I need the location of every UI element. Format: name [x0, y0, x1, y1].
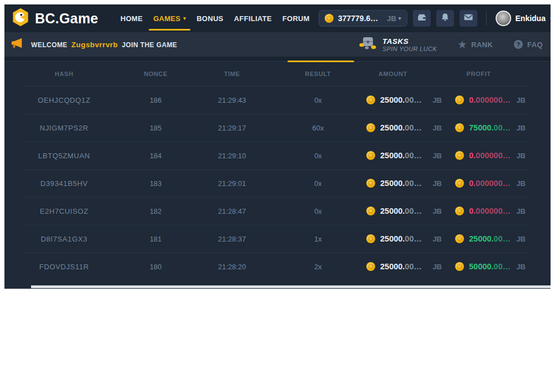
profit-int: 50000. — [469, 262, 493, 271]
avatar — [496, 11, 511, 26]
currency-label: JB — [432, 179, 442, 188]
profit-value: 0.000000… — [469, 207, 511, 215]
bet-nonce: 186 — [124, 96, 188, 104]
table-row: D39341B5HV 183 21:29:01 0x 25000.00… JB … — [4, 169, 551, 197]
amount-int: 25000. — [380, 207, 405, 215]
announcement-bar: WELCOME Zugsbvrrvrb JOIN THE GAME — [4, 32, 551, 57]
table-row: FDOVDJS11R 180 21:28:20 2x 25000.00… JB … — [4, 253, 551, 280]
rank-label: RANK — [471, 41, 493, 49]
top-navbar: BC.Game HOME GAMES ▾ BONUS AFFILIATE FOR… — [4, 4, 551, 32]
megaphone-icon — [11, 37, 23, 52]
messages-button[interactable] — [460, 10, 477, 27]
currency-label: JB — [516, 124, 526, 132]
nav-link-label: BONUS — [196, 14, 223, 23]
user-name: Enkidua — [516, 14, 546, 23]
tasks-subtitle: SPIN YOUR LUCK — [382, 46, 437, 52]
bet-hash[interactable]: NJIGM7PS2R — [4, 124, 124, 132]
bet-amount: 25000.00… JB — [360, 262, 448, 271]
jb-coin-icon — [455, 179, 464, 188]
bet-time: 21:29:10 — [188, 152, 276, 160]
bet-hash[interactable]: OEHJCQDQ1Z — [4, 96, 124, 104]
nav-link-affiliate[interactable]: AFFILIATE — [234, 4, 272, 32]
currency-label: JB — [516, 152, 526, 160]
join-label: JOIN THE GAME — [122, 41, 177, 49]
amount-int: 25000. — [380, 179, 405, 188]
amount-dec: 00… — [405, 151, 422, 160]
bets-table: HASH NONCE TIME RESULT AMOUNT PROFIT OEH… — [4, 62, 551, 280]
bet-time: 21:28:37 — [188, 235, 276, 243]
currency-dropdown[interactable]: JB ▾ — [387, 14, 401, 23]
nav-link-games[interactable]: GAMES ▾ — [153, 4, 186, 32]
amount-int: 25000. — [380, 123, 405, 132]
bcgame-logo-icon — [11, 8, 30, 29]
bet-amount: 25000.00… JB — [360, 96, 448, 104]
currency-label: JB — [516, 179, 526, 188]
rank-link[interactable]: ★ RANK — [458, 40, 493, 49]
question-icon: ? — [514, 40, 523, 49]
bet-result: 1x — [276, 235, 360, 243]
currency-label: JB — [432, 207, 442, 215]
faq-link[interactable]: ? FAQ — [514, 40, 543, 49]
profit-dec: 00… — [493, 123, 511, 132]
bet-result: 2x — [276, 263, 360, 271]
jb-coin-icon — [366, 151, 375, 160]
profit-value: 25000.00… — [469, 234, 511, 243]
tasks-title: TASKS — [382, 37, 437, 46]
profit-value: 0.000000… — [469, 96, 511, 104]
bet-time: 21:28:20 — [188, 263, 276, 271]
welcome-label: WELCOME — [31, 41, 67, 49]
bet-nonce: 184 — [124, 152, 188, 160]
bell-icon — [440, 12, 450, 24]
currency-label: JB — [516, 96, 526, 104]
navbar-right: Enkidua ▾ — [407, 10, 551, 27]
currency-label: JB — [516, 207, 526, 215]
jb-coin-icon — [455, 96, 464, 104]
amount-dec: 00… — [405, 262, 422, 271]
logo[interactable]: BC.Game — [11, 8, 98, 29]
star-icon: ★ — [458, 40, 467, 49]
nav-link-label: HOME — [120, 14, 143, 23]
table-row: NJIGM7PS2R 185 21:29:17 60x 25000.00… JB… — [4, 114, 551, 142]
profit-int: 0. — [469, 151, 476, 160]
wallet-button[interactable] — [413, 10, 431, 27]
nav-link-label: GAMES — [153, 14, 180, 23]
bet-nonce: 180 — [124, 263, 188, 271]
balance-selector[interactable]: 377779.6… JB ▾ — [319, 10, 407, 27]
currency-label: JB — [516, 263, 526, 271]
currency-label: JB — [387, 14, 396, 23]
profit-dec: 000000… — [476, 179, 511, 188]
tasks-widget[interactable]: TASKS SPIN YOUR LUCK — [359, 36, 437, 53]
bet-profit: 0.000000… JB — [448, 207, 551, 215]
horizontal-scrollbar[interactable] — [31, 285, 551, 288]
user-menu[interactable]: Enkidua ▾ — [496, 11, 551, 26]
jb-coin-icon — [366, 262, 375, 271]
bet-profit: 0.000000… JB — [448, 179, 551, 188]
profit-value: 50000.00… — [469, 262, 511, 271]
bet-result: 0x — [276, 152, 360, 160]
nav-link-home[interactable]: HOME — [120, 4, 143, 32]
bet-hash[interactable]: FDOVDJS11R — [4, 263, 124, 271]
bet-time: 21:29:01 — [188, 179, 276, 188]
amount-value: 25000.00… — [380, 151, 422, 160]
notifications-button[interactable] — [436, 10, 454, 27]
currency-label: JB — [432, 96, 442, 104]
bet-hash[interactable]: LBTQ5ZMUAN — [4, 152, 124, 160]
tab-strip — [4, 57, 551, 62]
profit-value: 0.000000… — [469, 151, 511, 160]
wallet-icon — [417, 12, 427, 24]
bet-profit: 0.000000… JB — [448, 151, 551, 160]
currency-label: JB — [516, 235, 526, 243]
bet-hash[interactable]: E2H7CUISOZ — [4, 207, 124, 215]
nav-link-forum[interactable]: FORUM — [282, 4, 310, 32]
nav-link-bonus[interactable]: BONUS — [196, 4, 223, 32]
bet-amount: 25000.00… JB — [360, 234, 448, 243]
amount-value: 25000.00… — [380, 207, 422, 215]
jb-coin-icon — [455, 234, 464, 243]
bet-hash[interactable]: D8I7SA1GX3 — [4, 235, 124, 243]
nav-link-label: AFFILIATE — [234, 14, 272, 23]
bet-hash[interactable]: D39341B5HV — [4, 179, 124, 188]
amount-value: 25000.00… — [380, 234, 422, 243]
welcome-username: Zugsbvrrvrb — [71, 41, 118, 49]
table-row: E2H7CUISOZ 182 21:28:47 0x 25000.00… JB … — [4, 197, 551, 225]
jb-coin-icon — [366, 123, 375, 132]
